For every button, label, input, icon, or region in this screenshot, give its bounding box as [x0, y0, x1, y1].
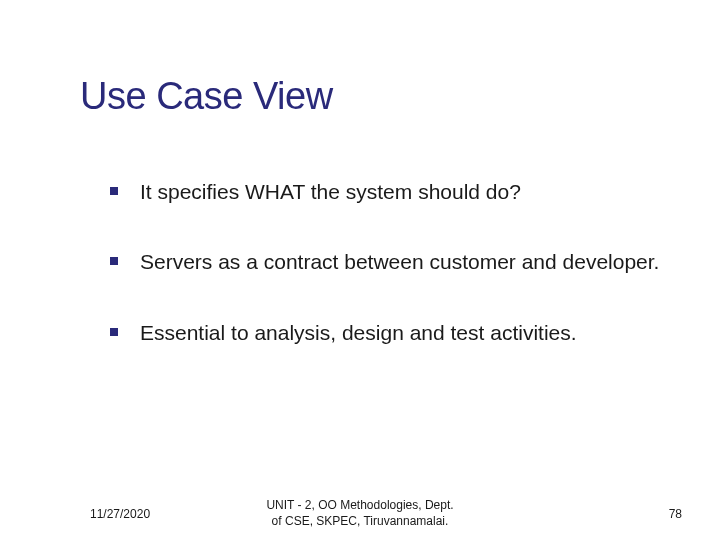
- slide: Use Case View It specifies WHAT the syst…: [0, 0, 720, 540]
- slide-title: Use Case View: [80, 75, 660, 118]
- footer-center: UNIT - 2, OO Methodologies, Dept. of CSE…: [266, 498, 453, 529]
- list-item: Servers as a contract between customer a…: [110, 248, 660, 276]
- list-item: It specifies WHAT the system should do?: [110, 178, 660, 206]
- footer-page-number: 78: [669, 507, 682, 521]
- list-item: Essential to analysis, design and test a…: [110, 319, 660, 347]
- bullet-list: It specifies WHAT the system should do? …: [80, 178, 660, 347]
- footer-date: 11/27/2020: [90, 507, 150, 521]
